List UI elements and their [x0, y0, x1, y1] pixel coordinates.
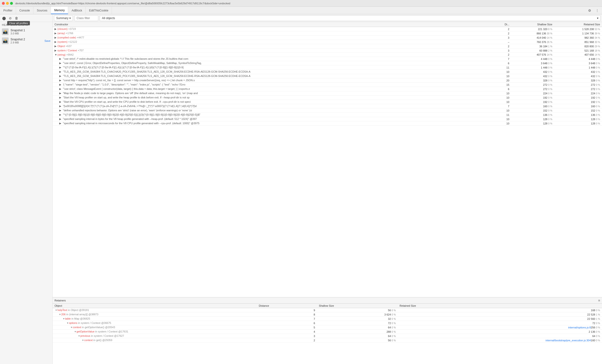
constructor-cell: ▶ "const http = require("http"); const m…: [53, 78, 493, 83]
constructor-cell: ▶ "Start the V8 CPU profiler on start up…: [53, 100, 493, 104]
list-item[interactable]: ▾context in getOptionValue() @20543 5 64…: [53, 325, 602, 330]
list-item[interactable]: ▾options in system / Context @36675 6 72…: [53, 321, 602, 325]
list-item[interactable]: ▾context in get() @29359 2 56 0 % intern…: [53, 338, 602, 343]
table-row[interactable]: ▶(array) ×1766 2 866 136 30 % 1 134 736 …: [53, 31, 602, 36]
table-row[interactable]: ▶(system) ×12122 – 760 376 26 % 851 968 …: [53, 40, 602, 44]
row-expander[interactable]: ▶: [59, 117, 62, 121]
row-expander[interactable]: ▶: [59, 105, 62, 108]
dist-cell: 2: [493, 53, 511, 57]
stop-button[interactable]: ⊘: [8, 16, 13, 21]
row-expander[interactable]: ▶: [59, 96, 62, 99]
table-row[interactable]: ▶ "[\u001B\u009B][[\](#)#;?]*(?:(?:(?:[a…: [53, 104, 602, 108]
clear-profiles-button[interactable]: 🗑: [14, 16, 19, 21]
shallow-cell: 3 624 0 %: [317, 312, 398, 317]
row-expander[interactable]: ▶: [59, 92, 62, 95]
table-row[interactable]: ▶ "TLS_AES_256_GCM_SHA384:TLS_CHACHA20_P…: [53, 70, 602, 74]
row-expander[interactable]: ▶: [59, 83, 62, 86]
source-link[interactable]: internal/bootstrap/pre_execution.js:304: [546, 339, 591, 342]
all-objects-dropdown[interactable]: All objects ▾: [100, 15, 601, 21]
row-expander[interactable]: ▶: [59, 122, 62, 125]
row-expander[interactable]: ▶: [54, 45, 57, 48]
table-row[interactable]: ▶ "^((?:(?:[0-9a-fA-F]{1,4}):){7}(?:(?:[…: [53, 65, 602, 70]
row-expander[interactable]: ▶: [54, 28, 57, 31]
row-expander[interactable]: ▶: [54, 49, 57, 52]
table-row[interactable]: ▶ "define unhandled rejections behavior.…: [53, 108, 602, 113]
table-row[interactable]: ▶ '{ "name": "siege-test", "version": "1…: [53, 83, 602, 87]
tab-console[interactable]: Console: [16, 7, 33, 14]
table-row[interactable]: ▶ "^((?:[0-9]|[1-9][0-9]|1[0-9][0-9]|[0-…: [53, 113, 602, 117]
dist-cell: 10: [493, 74, 511, 78]
table-row[interactable]: ▶Object ×637 2 36 184 1 % 820 800 29 %: [53, 44, 602, 49]
row-expander[interactable]: ▶: [59, 74, 62, 78]
table-row[interactable]: ▶ "TLS_AES_256_GCM_SHA384:TLS_CHACHA20_P…: [53, 74, 602, 78]
retained-cell: 272 0 %: [554, 83, 602, 87]
list-item[interactable]: ▾table in Map @36825 7 32 0 % 22 560 1 %: [53, 317, 602, 321]
row-expander[interactable]: ▶: [59, 66, 62, 69]
minimize-button[interactable]: [6, 2, 9, 5]
table-row[interactable]: ▶system / Context ×707 3 60 888 2 % 521 …: [53, 49, 602, 53]
row-expander[interactable]: ▼: [54, 53, 57, 56]
row-expander[interactable]: ▶: [59, 62, 62, 65]
row-expander[interactable]: ▶: [59, 100, 62, 104]
row-expander[interactable]: ▶: [54, 32, 57, 35]
close-button[interactable]: [2, 2, 5, 5]
snapshot-item-1[interactable]: 📸 Snapshot 1 3.0 MB: [0, 27, 52, 36]
row-expander[interactable]: ▶: [59, 79, 62, 82]
retainers-expand-icon[interactable]: ≡: [598, 299, 600, 302]
distance-cell: 7: [257, 317, 317, 321]
row-expander[interactable]: ▶: [59, 109, 62, 112]
save-link[interactable]: Save: [44, 39, 50, 42]
settings-icon[interactable]: ⚙: [587, 8, 592, 13]
summary-dropdown[interactable]: Summary ▾: [54, 15, 73, 21]
tab-memory[interactable]: Memory: [51, 7, 68, 14]
tab-adblock[interactable]: AdBlock: [68, 7, 86, 14]
list-item[interactable]: ▾getOptionValue in system / Context @176…: [53, 330, 602, 334]
retained-cell: 1 448 0 %: [554, 65, 602, 70]
dist-cell: 10: [493, 100, 511, 104]
string-label: "Start the V8 CPU profiler on start up, …: [63, 100, 191, 103]
table-row[interactable]: ▶ "'use strict'; class MessageEvent { co…: [53, 87, 602, 91]
table-row[interactable]: ▶ "const http = require("http"); const m…: [53, 78, 602, 83]
snapshot-name-2: Snapshot 2: [11, 38, 43, 41]
table-row[interactable]: ▶ "'use strict'; const { Error, ObjectDe…: [53, 61, 602, 65]
row-expander[interactable]: ▶: [59, 57, 62, 61]
more-icon[interactable]: ⋮: [594, 8, 600, 13]
list-item[interactable]: ▾previous in system / Context @17627 3 6…: [53, 334, 602, 338]
string-label: "'use strict'; class MessageEvent { cons…: [63, 87, 190, 90]
table-row[interactable]: ▶(compiled code) ×4477 3 414 040 14 % 98…: [53, 36, 602, 40]
record-button[interactable]: ⬤: [1, 16, 7, 21]
table-row[interactable]: ▶ "'use strict'; /* eslint-disable no-re…: [53, 57, 602, 61]
row-expander[interactable]: ▶: [54, 36, 57, 39]
tab-icons: ⚙ ⋮: [585, 7, 602, 14]
row-expander[interactable]: ▶: [59, 70, 62, 73]
string-label: "Start the V8 heap profiler on start up,…: [63, 96, 190, 99]
table-row[interactable]: ▶ "specified sampling interval in micros…: [53, 121, 602, 126]
constructor-cell: ▶ "TLS_AES_256_GCM_SHA384:TLS_CHACHA20_P…: [53, 74, 493, 78]
tab-editthiscookie[interactable]: EditThisCookie: [86, 7, 112, 14]
table-row[interactable]: ▶(closure) ×3719 2 221 320 8 % 1 528 208…: [53, 27, 602, 31]
table-row[interactable]: ▶ "specified sampling interval in bytes …: [53, 117, 602, 121]
summary-arrow-icon: ▾: [69, 17, 71, 20]
retained-cell: 168 0 %: [398, 308, 602, 312]
row-expander[interactable]: ▶: [54, 40, 57, 43]
constructor-cell: ▶ "Map the Node.js static code to large …: [53, 91, 493, 95]
snapshot-item-2[interactable]: 📸 Snapshot 2 2.9 MB Save: [0, 36, 52, 45]
maximize-button[interactable]: [10, 2, 13, 5]
list-item[interactable]: ▾206 in (internal array)[] @38873 8 3 62…: [53, 312, 602, 317]
constructor-label: (string): [57, 53, 65, 56]
row-expander[interactable]: ▶: [59, 113, 62, 116]
dist-cell: 3: [493, 36, 511, 40]
main-data-table: Constructor Di... Shallow Size Retained …: [53, 22, 602, 297]
ret-context: in system / Context @36675: [78, 322, 111, 324]
tab-sources[interactable]: Sources: [33, 7, 51, 14]
list-item[interactable]: ▾helpText in Object @39181 9 56 0 % 168 …: [53, 308, 602, 312]
row-expander[interactable]: ▶: [59, 87, 62, 91]
main-layout: ⬤ ⊘ 🗑 Clear all profiles HEAP SNAPSHOTS …: [0, 14, 602, 364]
class-filter-input[interactable]: [74, 15, 98, 21]
table-row[interactable]: ▶ "Start the V8 CPU profiler on start up…: [53, 100, 602, 104]
table-row[interactable]: ▼(string) ×9942 2 407 576 14 % 407 656 1…: [53, 53, 602, 57]
tab-profiler[interactable]: Profiler: [0, 7, 16, 14]
table-row[interactable]: ▶ "Start the V8 heap profiler on start u…: [53, 95, 602, 100]
source-link[interactable]: internal/options.js:8: [568, 326, 591, 329]
table-row[interactable]: ▶ "Map the Node.js static code to large …: [53, 91, 602, 95]
